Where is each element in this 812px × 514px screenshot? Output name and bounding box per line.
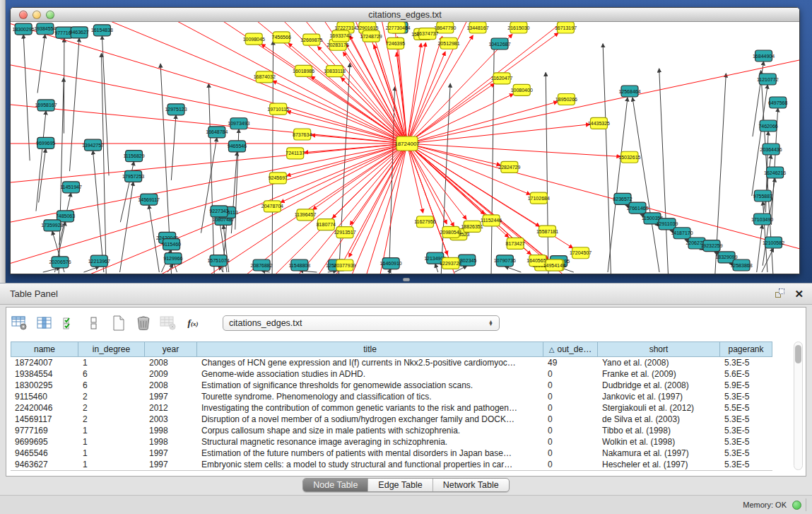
column-header-label: pagerank [728,344,763,354]
table-toolbar: f(x) citations_edges.txt ▲▼ [11,312,500,334]
graph-node-label: 16874032 [254,74,276,79]
cell-in_degree: 1 [78,426,145,436]
graph-node-label: 7462066 [758,124,777,129]
cell-short: Tibbo et al. (1998) [598,426,720,436]
delete-column-button[interactable] [134,314,153,332]
graph-node-label: 16154838 [91,28,113,33]
table-row[interactable]: 969969511998Structural magnetic resonanc… [11,436,772,448]
graph-node-label: 17359928 [41,223,63,228]
table-row[interactable]: 911546021997Tourette syndrome. Phenomeno… [11,391,772,402]
graph-node-label: 10080400 [511,88,533,93]
scrollbar-thumb[interactable] [795,345,801,363]
panel-divider-handle[interactable] [403,278,410,281]
column-header-pagerank[interactable]: pagerank [720,341,772,357]
float-panel-button[interactable] [775,288,787,300]
tab-node-table[interactable]: Node Table [303,479,367,491]
graph-edge [435,264,438,272]
new-column-button[interactable] [110,314,128,332]
cell-name: 9463627 [11,460,78,469]
cell-in_degree: 6 [78,369,145,379]
graph-node-label: 12293724 [440,261,461,266]
cell-pagerank: 5.6E-5 [720,369,772,379]
close-window-icon[interactable] [19,11,28,19]
cell-out_degree: 0 [543,437,598,447]
graph-edge [407,144,620,156]
memory-status-icon[interactable] [792,501,801,510]
minimize-window-icon[interactable] [33,11,41,19]
cell-pagerank: 5.3E-5 [720,358,772,368]
graph-node-label: 16713197 [555,25,577,30]
table-row[interactable]: 1830029562008Estimation of significance … [11,380,772,391]
table-scrollbar[interactable] [794,341,803,470]
table-row[interactable]: 2242004622012Investigating the contribut… [11,402,772,414]
checklist-icon [62,316,76,330]
graph-node-label: 12100582 [763,240,784,245]
graph-node-label: 14954149 [543,263,565,268]
graph-node-label: 15751074 [207,258,229,263]
cell-pagerank: 5.3E-5 [720,460,772,469]
graph-node-label: 15587181 [536,229,558,234]
panel-title: Table Panel [10,288,775,299]
tab-edge-table[interactable]: Edge Table [367,479,432,491]
table-row[interactable]: 977716911998Corpus callosum shape and si… [11,425,772,436]
cell-year: 1997 [145,392,197,402]
graph-node-label: 7456566 [272,35,291,40]
graph-node-label: 20364436 [760,147,782,152]
table-row[interactable]: 946554611997Estimation of the future num… [11,448,772,459]
table-settings-button[interactable] [11,314,29,332]
zoom-window-icon[interactable] [46,11,54,19]
table-row[interactable]: 1456911722003Disruption of a novel membe… [11,414,772,425]
graph-node-label: 9465546 [228,144,247,148]
cell-in_degree: 6 [78,380,145,390]
graph-node-label: 18724007 [394,141,420,147]
graph-node-label: 16844904 [753,54,775,59]
column-visibility-icon [37,316,52,330]
graph-edge [407,34,512,144]
row-height-button[interactable] [85,314,103,332]
column-header-in_degree[interactable]: in_degree [78,341,145,357]
graph-node-label: 16648784 [206,129,228,134]
graph-node-label: 9115460 [162,242,181,247]
graph-node-label: 18950266 [555,97,577,102]
column-header-year[interactable]: year [145,341,197,357]
graph-node-label: 20512981 [437,41,459,46]
table-row[interactable]: 1938455462009Genome-wide association stu… [11,368,772,380]
graph-edge [208,83,214,274]
graph-node-label: 11548808 [289,263,311,268]
table-panel-content: f(x) citations_edges.txt ▲▼ namein_degre… [6,307,806,477]
column-visibility-button[interactable] [35,314,54,332]
close-panel-icon[interactable]: ✕ [794,288,804,299]
table-settings-icon [11,315,28,331]
network-window[interactable]: citations_edges.txt 18300295193845549777… [10,7,800,274]
graph-node-label: 12975123 [165,107,187,112]
cell-name: 9699695 [11,437,78,447]
graph-node-label: 22901615 [356,25,378,30]
table-panel: Table Panel ✕ [0,283,812,495]
column-header-title[interactable]: title [197,341,543,357]
graph-node-label: 8173427 [506,241,525,246]
table-tab-bar: Node TableEdge TableNetwork Table [0,478,812,492]
network-canvas[interactable]: 1830029519384554977716994636271615483812… [11,22,799,274]
column-select-button[interactable] [60,314,78,332]
table-row[interactable]: 1872400712008Changes of HCN gene express… [11,357,772,368]
table-tabs: Node TableEdge TableNetwork Table [302,478,509,492]
cell-year: 2008 [145,358,197,368]
column-header-short[interactable]: short [598,341,720,357]
cell-title: Investigating the contribution of common… [197,403,543,413]
tab-network-table[interactable]: Network Table [433,479,509,491]
column-header-out_degree[interactable]: △out_de… [543,341,598,357]
graph-edge [407,144,799,274]
function-builder-button[interactable]: f(x) [184,314,202,332]
graph-node-label: 12911039 [657,221,678,226]
column-header-label: title [363,344,377,354]
network-window-titlebar[interactable]: citations_edges.txt [11,8,799,22]
table-selector[interactable]: citations_edges.txt ▲▼ [223,315,500,331]
cell-short: de Silva et al. (2003) [598,414,720,424]
graph-edge [287,144,407,176]
delete-table-button[interactable] [159,314,177,332]
table-row[interactable]: 946362711997Embryonic stem cells: a mode… [11,459,772,470]
cell-year: 2008 [145,380,197,390]
graph-node-label: 20876882 [251,263,273,268]
cell-in_degree: 1 [78,358,145,368]
column-header-name[interactable]: name [11,341,78,357]
